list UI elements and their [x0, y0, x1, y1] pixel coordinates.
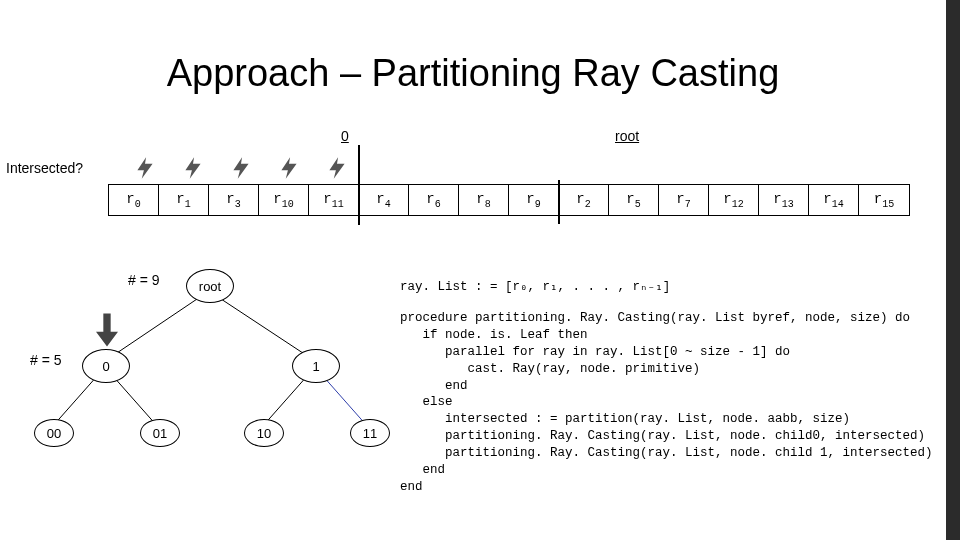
tree-node-1: 1 — [292, 349, 340, 383]
lightning-icon — [178, 155, 208, 181]
ray-cell: r10 — [259, 185, 309, 215]
array-divider — [558, 180, 560, 224]
lightning-icon — [226, 155, 256, 181]
slide-right-bar — [946, 0, 960, 540]
label-zero: 0 — [341, 128, 349, 144]
tree-count-root: # = 9 — [128, 272, 160, 288]
tree-node-10: 10 — [244, 419, 284, 447]
raylist-definition: ray. List : = [r₀, r₁, . . . , rₙ₋₁] — [400, 278, 670, 294]
down-arrow-icon — [96, 313, 118, 347]
ray-cell: r4 — [359, 185, 409, 215]
ray-cell: r0 — [109, 185, 159, 215]
label-intersected: Intersected? — [6, 160, 83, 176]
ray-cell: r13 — [759, 185, 809, 215]
array-top-labels: 0 root — [0, 128, 946, 158]
tree-count-0: # = 5 — [30, 352, 62, 368]
ray-cell: r9 — [509, 185, 559, 215]
ray-cell: r12 — [709, 185, 759, 215]
ray-array: r0 r1 r3 r10 r11 r4 r6 r8 r9 r2 r5 r7 r1… — [108, 184, 910, 216]
ray-cell: r11 — [309, 185, 359, 215]
ray-cell: r8 — [459, 185, 509, 215]
tree-node-root: root — [186, 269, 234, 303]
ray-cell: r2 — [559, 185, 609, 215]
lightning-icon — [130, 155, 160, 181]
label-root: root — [615, 128, 639, 144]
ray-cell: r6 — [409, 185, 459, 215]
tree-node-01: 01 — [140, 419, 180, 447]
lightning-icon — [322, 155, 352, 181]
lightning-icon — [274, 155, 304, 181]
ray-cell: r5 — [609, 185, 659, 215]
partition-tree: # = 9 root # = 5 0 1 00 01 10 11 — [20, 275, 370, 475]
tree-node-11: 11 — [350, 419, 390, 447]
ray-cell: r1 — [159, 185, 209, 215]
ray-cell: r15 — [859, 185, 909, 215]
array-divider — [358, 145, 360, 225]
page-title: Approach – Partitioning Ray Casting — [0, 52, 946, 95]
svg-line-1 — [218, 297, 315, 361]
ray-cell: r3 — [209, 185, 259, 215]
tree-node-0: 0 — [82, 349, 130, 383]
ray-cell: r7 — [659, 185, 709, 215]
pseudocode-block: procedure partitioning. Ray. Casting(ray… — [400, 310, 933, 496]
tree-node-00: 00 — [34, 419, 74, 447]
ray-cell: r14 — [809, 185, 859, 215]
